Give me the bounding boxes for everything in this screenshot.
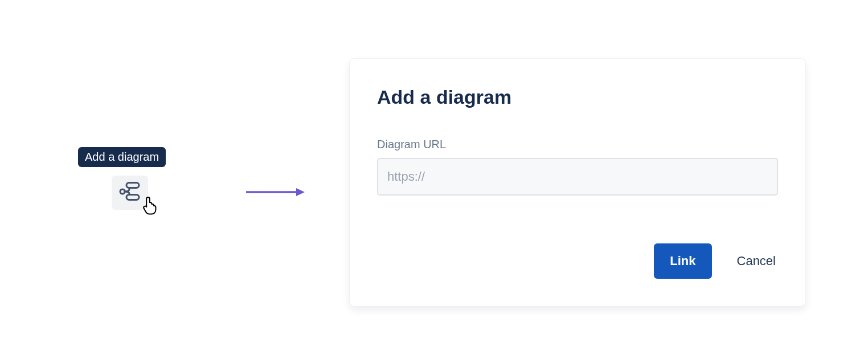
tooltip-add-diagram: Add a diagram (78, 147, 166, 167)
cancel-button[interactable]: Cancel (735, 249, 778, 273)
modal-title: Add a diagram (377, 86, 778, 108)
add-diagram-button[interactable] (112, 176, 148, 210)
arrow-right-icon (246, 188, 306, 197)
svg-rect-1 (126, 195, 139, 200)
diagram-url-input[interactable] (377, 158, 778, 196)
add-diagram-modal: Add a diagram Diagram URL Link Cancel (349, 58, 806, 307)
tooltip-label: Add a diagram (85, 150, 159, 163)
url-field-label: Diagram URL (377, 138, 778, 151)
link-button[interactable]: Link (654, 243, 711, 279)
diagram-icon (118, 181, 141, 204)
svg-rect-0 (126, 183, 139, 188)
modal-button-row: Link Cancel (654, 243, 778, 279)
